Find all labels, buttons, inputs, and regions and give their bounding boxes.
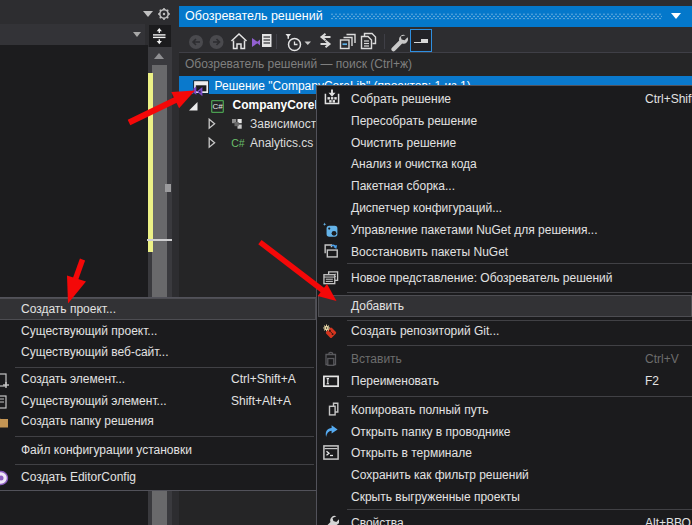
svg-text:C#: C#	[212, 102, 223, 111]
svg-text:C#: C#	[231, 137, 245, 149]
